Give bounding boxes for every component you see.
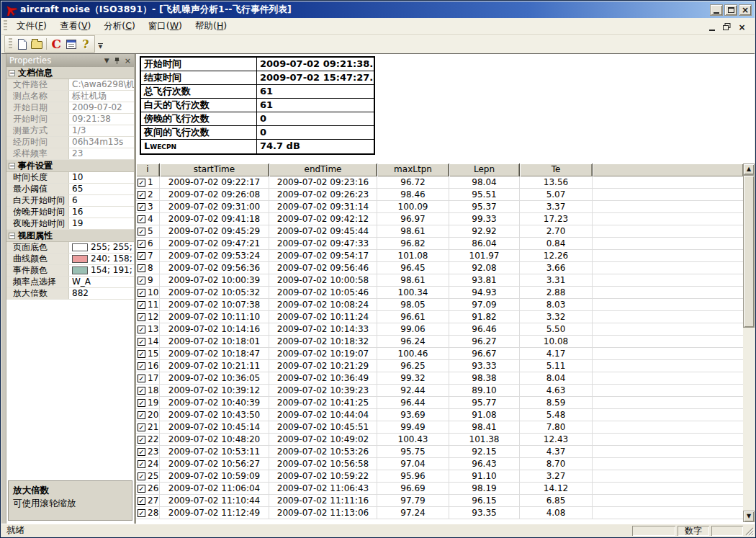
open-file-button[interactable] bbox=[30, 37, 44, 51]
row-checkbox[interactable]: ✓ bbox=[138, 338, 145, 346]
property-value[interactable]: 1/3 bbox=[69, 125, 134, 136]
property-value[interactable]: 19 bbox=[69, 218, 134, 229]
property-row[interactable]: 文件路径C:\awa6298\机场 bbox=[6, 79, 134, 91]
row-checkbox[interactable]: ✓ bbox=[138, 277, 145, 284]
property-row[interactable]: 测点名称栎社机场 bbox=[6, 91, 134, 102]
new-document-button[interactable] bbox=[15, 37, 30, 51]
scrollbar-thumb[interactable] bbox=[743, 175, 755, 328]
property-row[interactable]: 采样频率23 bbox=[6, 148, 134, 160]
property-row[interactable]: 白天开始时间6 bbox=[6, 195, 134, 207]
row-checkbox[interactable]: ✓ bbox=[138, 436, 145, 444]
property-row[interactable]: 开始日期2009-07-02 bbox=[6, 102, 134, 114]
scroll-up-button[interactable]: ▲ bbox=[743, 163, 755, 175]
property-value[interactable]: 栎社机场 bbox=[69, 91, 134, 102]
title-bar[interactable]: aircraft noise（ISO3891）- [飞机噪声分析1--飞行事件列… bbox=[1, 1, 755, 18]
row-checkbox[interactable]: ✓ bbox=[138, 350, 145, 358]
property-value[interactable]: 154; 191; 18 bbox=[69, 265, 134, 276]
row-checkbox[interactable]: ✓ bbox=[138, 301, 145, 309]
event-row[interactable]: ✓52009-07-02 09:45:292009-07-02 09:45:44… bbox=[136, 225, 743, 238]
event-row[interactable]: ✓122009-07-02 10:11:102009-07-02 10:11:2… bbox=[136, 311, 743, 323]
row-checkbox[interactable]: ✓ bbox=[138, 472, 145, 480]
event-row[interactable]: ✓12009-07-02 09:22:172009-07-02 09:23:16… bbox=[136, 176, 743, 189]
property-row[interactable]: 夜晚开始时间19 bbox=[6, 218, 134, 230]
property-section-header[interactable]: −事件设置 bbox=[6, 160, 134, 172]
calibration-button[interactable]: C bbox=[49, 37, 63, 51]
column-header-startTime[interactable]: startTime bbox=[160, 163, 269, 176]
property-row[interactable]: 开始时间09:21:38 bbox=[6, 114, 134, 125]
collapse-minus-icon[interactable]: − bbox=[9, 70, 15, 76]
event-row[interactable]: ✓222009-07-02 10:48:202009-07-02 10:49:0… bbox=[136, 434, 743, 446]
row-checkbox[interactable]: ✓ bbox=[138, 313, 145, 321]
event-row[interactable]: ✓22009-07-02 09:26:082009-07-02 09:26:23… bbox=[136, 189, 743, 201]
event-row[interactable]: ✓162009-07-02 10:21:112009-07-02 10:21:2… bbox=[136, 360, 743, 372]
panel-menu-chevron-icon[interactable]: ▼ bbox=[104, 58, 109, 64]
collapse-minus-icon[interactable]: − bbox=[9, 163, 15, 169]
property-row[interactable]: 页面底色255; 255; 25 bbox=[6, 242, 134, 254]
event-row[interactable]: ✓102009-07-02 10:05:322009-07-02 10:05:4… bbox=[136, 287, 743, 299]
event-row[interactable]: ✓42009-07-02 09:41:182009-07-02 09:42:12… bbox=[136, 213, 743, 225]
property-value[interactable]: 06h34m13s bbox=[69, 137, 134, 148]
event-row[interactable]: ✓212009-07-02 10:45:142009-07-02 10:45:5… bbox=[136, 421, 743, 434]
row-checkbox[interactable]: ✓ bbox=[138, 448, 145, 456]
event-row[interactable]: ✓192009-07-02 10:40:392009-07-02 10:41:2… bbox=[136, 397, 743, 409]
pin-icon[interactable] bbox=[114, 57, 120, 65]
column-header-blank[interactable] bbox=[593, 163, 743, 176]
panel-close-icon[interactable]: × bbox=[125, 58, 131, 64]
collapse-minus-icon[interactable]: − bbox=[9, 233, 15, 239]
event-row[interactable]: ✓182009-07-02 10:39:122009-07-02 10:39:2… bbox=[136, 385, 743, 397]
row-checkbox[interactable]: ✓ bbox=[138, 252, 145, 260]
resize-grip-icon[interactable] bbox=[744, 526, 754, 536]
event-row[interactable]: ✓262009-07-02 11:06:042009-07-02 11:06:4… bbox=[136, 483, 743, 495]
event-row[interactable]: ✓72009-07-02 09:53:242009-07-02 09:54:17… bbox=[136, 250, 743, 262]
event-row[interactable]: ✓142009-07-02 10:18:012009-07-02 10:18:3… bbox=[136, 336, 743, 348]
properties-button[interactable] bbox=[63, 37, 78, 51]
event-row[interactable]: ✓242009-07-02 10:56:272009-07-02 10:56:5… bbox=[136, 458, 743, 470]
properties-panel-header[interactable]: Properties ▼ × bbox=[6, 54, 134, 67]
property-value[interactable]: 16 bbox=[69, 207, 134, 218]
vertical-scrollbar[interactable]: ▲ ▼ bbox=[743, 163, 755, 522]
row-checkbox[interactable]: ✓ bbox=[138, 289, 145, 297]
property-value[interactable]: 882 bbox=[69, 288, 134, 299]
menu-grip[interactable] bbox=[4, 20, 7, 32]
column-header-maxLtpn[interactable]: maxLtpn bbox=[377, 163, 449, 176]
row-checkbox[interactable]: ✓ bbox=[138, 485, 145, 493]
mdi-close-button[interactable]: × bbox=[737, 22, 747, 31]
column-header-Lepn[interactable]: Lepn bbox=[449, 163, 520, 176]
close-button[interactable]: × bbox=[739, 4, 752, 16]
row-checkbox[interactable]: ✓ bbox=[138, 264, 145, 272]
property-row[interactable]: 频率点选择W_A bbox=[6, 277, 134, 288]
menu-item-2[interactable]: 分析(C) bbox=[97, 18, 142, 35]
event-row[interactable]: ✓172009-07-02 10:36:052009-07-02 10:36:4… bbox=[136, 372, 743, 385]
property-value[interactable]: 10 bbox=[69, 172, 134, 183]
row-checkbox[interactable]: ✓ bbox=[138, 387, 145, 395]
property-value[interactable]: W_A bbox=[69, 277, 134, 287]
event-row[interactable]: ✓252009-07-02 10:59:092009-07-02 10:59:2… bbox=[136, 470, 743, 483]
property-value[interactable]: 6 bbox=[69, 195, 134, 206]
row-checkbox[interactable]: ✓ bbox=[138, 375, 145, 382]
property-value[interactable]: 2009-07-02 bbox=[69, 102, 134, 113]
menu-item-4[interactable]: 帮助(H) bbox=[189, 18, 233, 35]
property-row[interactable]: 经历时间06h34m13s bbox=[6, 137, 134, 148]
property-row[interactable]: 放大倍数882 bbox=[6, 288, 134, 300]
event-row[interactable]: ✓82009-07-02 09:56:362009-07-02 09:56:46… bbox=[136, 262, 743, 274]
row-checkbox[interactable]: ✓ bbox=[138, 240, 145, 248]
property-section-header[interactable]: −视图属性 bbox=[6, 230, 134, 242]
property-value[interactable]: C:\awa6298\机场 bbox=[69, 79, 134, 90]
menu-item-3[interactable]: 窗口(W) bbox=[142, 18, 189, 35]
toolbar-grip[interactable] bbox=[9, 38, 12, 50]
event-row[interactable]: ✓272009-07-02 11:10:442009-07-02 11:11:1… bbox=[136, 495, 743, 507]
event-row[interactable]: ✓132009-07-02 10:14:162009-07-02 10:14:3… bbox=[136, 323, 743, 336]
property-value[interactable]: 255; 255; 25 bbox=[69, 242, 134, 253]
event-row[interactable]: ✓152009-07-02 10:18:472009-07-02 10:19:0… bbox=[136, 348, 743, 360]
mdi-restore-button[interactable] bbox=[721, 22, 732, 31]
maximize-button[interactable] bbox=[724, 4, 737, 16]
event-row[interactable]: ✓32009-07-02 09:31:002009-07-02 09:31:14… bbox=[136, 201, 743, 213]
event-row[interactable]: ✓92009-07-02 10:00:392009-07-02 10:00:58… bbox=[136, 274, 743, 287]
toolbar-overflow-button[interactable]: ▼ bbox=[96, 41, 104, 51]
property-row[interactable]: 事件颜色154; 191; 18 bbox=[6, 265, 134, 277]
property-value[interactable]: 65 bbox=[69, 184, 134, 194]
property-row[interactable]: 曲线颜色240; 158; 15 bbox=[6, 254, 134, 265]
mdi-minimize-button[interactable] bbox=[706, 22, 717, 31]
row-checkbox[interactable]: ✓ bbox=[138, 326, 145, 333]
property-value[interactable]: 09:21:38 bbox=[69, 114, 134, 125]
